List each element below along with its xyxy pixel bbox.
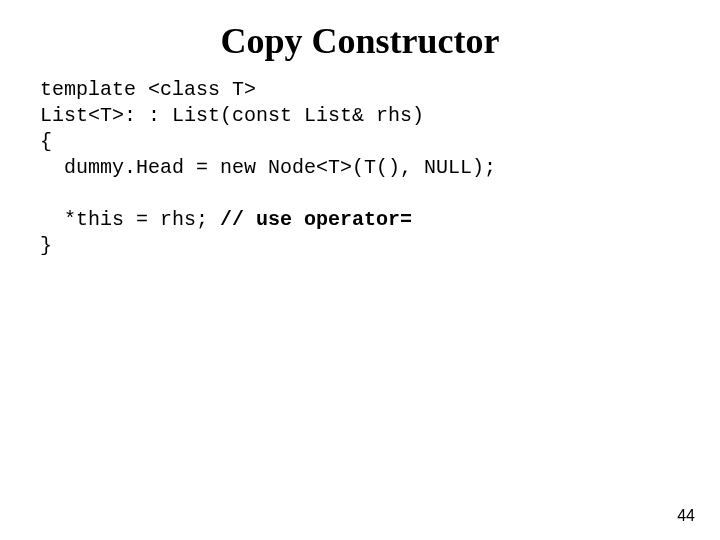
code-line-6b-comment: // use operator= (220, 208, 412, 231)
code-line-7: } (40, 234, 52, 257)
code-block: template <class T> List<T>: : List(const… (0, 77, 720, 259)
code-line-2: List<T>: : List(const List& rhs) (40, 104, 424, 127)
page-number: 44 (677, 507, 695, 525)
code-line-6a: *this = rhs; (40, 208, 220, 231)
code-line-1: template <class T> (40, 78, 256, 101)
slide-title: Copy Constructor (0, 0, 720, 77)
code-line-3: { (40, 130, 52, 153)
code-line-4: dummy.Head = new Node<T>(T(), NULL); (40, 156, 496, 179)
